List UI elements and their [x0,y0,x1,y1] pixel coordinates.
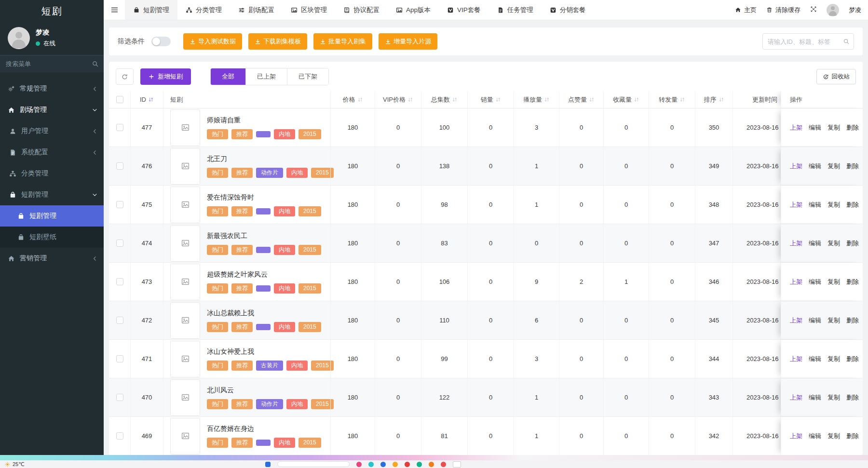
nav-tab[interactable]: App版本 [388,0,439,20]
copy-link[interactable]: 复制 [827,316,840,325]
publish-link[interactable]: 上架 [790,316,802,325]
copy-link[interactable]: 复制 [827,355,840,363]
sidebar-item[interactable]: 短剧壁纸 [0,227,104,248]
sidebar-search-input[interactable] [0,55,104,72]
column-header[interactable]: VIP价格 [375,91,421,108]
row-checkbox[interactable] [116,432,123,440]
incremental-import-source-button[interactable]: 增量导入片源 [379,33,437,50]
delete-link[interactable]: 删除 [846,355,859,363]
taskbar-app-icon[interactable] [393,462,398,467]
nav-tab[interactable]: 分销套餐 [542,0,594,20]
recycle-bin-button[interactable]: 回收站 [816,69,856,84]
copy-link[interactable]: 复制 [827,432,840,441]
edit-link[interactable]: 编辑 [809,239,821,248]
nav-tab[interactable]: 区块管理 [283,0,335,20]
copy-link[interactable]: 复制 [827,278,840,286]
edit-link[interactable]: 编辑 [809,393,821,402]
row-checkbox[interactable] [116,278,123,285]
nav-tab[interactable]: 协议配置 [335,0,388,20]
edit-link[interactable]: 编辑 [809,201,821,209]
publish-link[interactable]: 上架 [790,393,802,402]
copy-link[interactable]: 复制 [827,123,840,132]
copy-link[interactable]: 复制 [827,239,840,248]
sidebar-item[interactable]: 营销管理 [0,248,104,269]
row-checkbox[interactable] [116,124,123,131]
navbar-avatar[interactable] [827,4,839,16]
add-drama-button[interactable]: 新增短剧 [140,68,191,85]
taskbar-search[interactable] [277,461,350,467]
delete-link[interactable]: 删除 [846,162,859,171]
delete-link[interactable]: 删除 [846,316,859,325]
batch-import-episodes-button[interactable]: 批量导入剧集 [313,33,372,50]
column-header[interactable]: 总集数 [421,91,467,108]
download-episode-template-button[interactable]: 下载剧集模板 [248,33,307,50]
search-icon[interactable] [92,60,99,67]
sidebar-item[interactable]: 剧场管理 [0,99,104,120]
copy-link[interactable]: 复制 [827,393,840,402]
column-header[interactable]: 收藏量 [603,91,649,108]
edit-link[interactable]: 编辑 [809,355,821,363]
taskbar-browser-icon[interactable] [265,462,271,467]
taskbar-app-icon[interactable] [356,462,362,467]
edit-link[interactable]: 编辑 [809,162,821,171]
taskbar-app-icon[interactable] [429,462,434,467]
row-checkbox[interactable] [116,394,123,401]
column-header[interactable]: 播放量 [514,91,559,108]
row-checkbox[interactable] [116,317,123,324]
column-header[interactable]: 排序 [695,91,732,108]
status-tab[interactable]: 已下架 [287,68,328,85]
column-header[interactable]: 销量 [467,91,514,108]
publish-link[interactable]: 上架 [790,201,802,209]
nav-tab[interactable]: 剧场配置 [230,0,283,20]
avatar[interactable] [8,27,30,49]
publish-link[interactable]: 上架 [790,123,802,132]
edit-link[interactable]: 编辑 [809,278,821,286]
sidebar-item[interactable]: 常规管理 [0,78,104,99]
column-header[interactable]: ID [130,91,163,108]
sidebar-item[interactable]: 系统配置 [0,142,104,163]
publish-link[interactable]: 上架 [790,162,802,171]
publish-link[interactable]: 上架 [790,432,802,441]
copy-link[interactable]: 复制 [827,201,840,209]
delete-link[interactable]: 删除 [846,201,859,209]
edit-link[interactable]: 编辑 [809,316,821,325]
taskbar-app-icon[interactable] [417,462,422,467]
column-header[interactable]: 价格 [330,91,375,108]
home-link[interactable]: 主页 [735,6,757,14]
edit-link[interactable]: 编辑 [809,432,821,441]
nav-tab[interactable]: 任务管理 [489,0,542,20]
sidebar-item[interactable]: 分类管理 [0,163,104,184]
import-test-data-button[interactable]: 导入测试数据 [183,33,242,50]
delete-link[interactable]: 删除 [846,432,859,441]
row-checkbox[interactable] [116,201,123,208]
fullscreen-icon[interactable] [810,6,817,14]
select-all-checkbox[interactable] [116,96,123,103]
column-header[interactable]: 转发量 [649,91,695,108]
sidebar-item[interactable]: 用户管理 [0,120,104,142]
publish-link[interactable]: 上架 [790,355,802,363]
status-tab[interactable]: 已上架 [245,68,287,85]
column-header[interactable]: 点赞量 [559,91,603,108]
nav-tab[interactable]: 短剧管理 [125,0,177,20]
taskbar-active-app[interactable] [453,461,461,468]
delete-link[interactable]: 删除 [846,278,859,286]
hamburger-icon[interactable] [104,0,125,20]
delete-link[interactable]: 删除 [846,393,859,402]
publish-link[interactable]: 上架 [790,239,802,248]
filter-toggle[interactable] [151,37,171,46]
row-checkbox[interactable] [116,162,123,170]
table-search-input[interactable] [762,33,854,50]
copy-link[interactable]: 复制 [827,162,840,171]
search-icon[interactable] [843,38,850,45]
nav-tab[interactable]: 分类管理 [177,0,230,20]
taskbar-weather[interactable]: 25℃ [5,461,25,468]
row-checkbox[interactable] [116,355,123,362]
refresh-button[interactable] [116,68,134,85]
taskbar-app-icon[interactable] [368,462,374,467]
edit-link[interactable]: 编辑 [809,123,821,132]
sidebar-item[interactable]: 短剧管理 [0,184,104,205]
clear-cache-link[interactable]: 清除缓存 [766,6,800,14]
publish-link[interactable]: 上架 [790,278,802,286]
row-checkbox[interactable] [116,240,123,247]
taskbar-app-icon[interactable] [405,462,410,467]
